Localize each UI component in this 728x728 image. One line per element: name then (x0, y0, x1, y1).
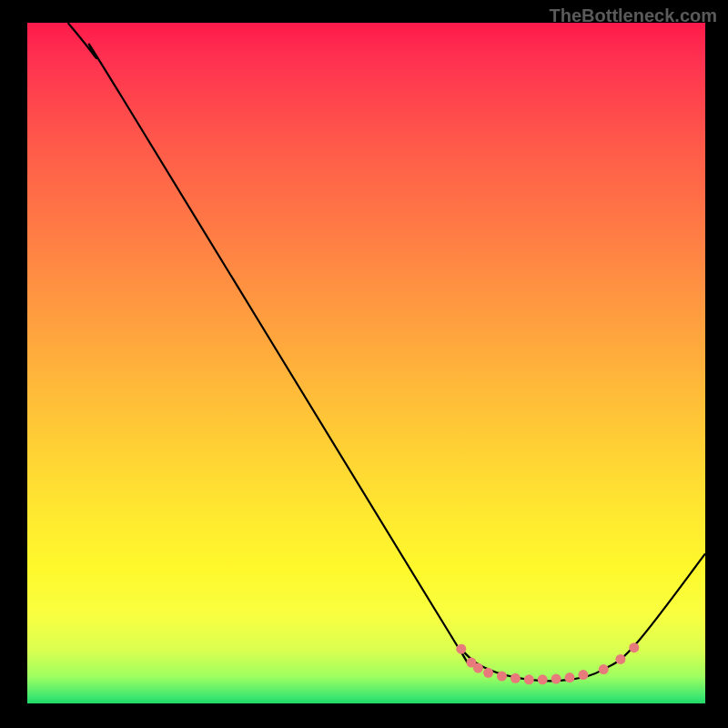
data-dot (565, 672, 575, 682)
data-dot (483, 668, 493, 678)
curve-line (68, 23, 705, 681)
data-dot (578, 670, 588, 680)
watermark-text: TheBottleneck.com (550, 5, 717, 26)
data-dot (497, 672, 507, 682)
data-dot (456, 644, 466, 654)
bottleneck-curve (27, 23, 705, 703)
curve-dots (456, 642, 639, 684)
data-dot (524, 674, 534, 684)
data-dot (629, 642, 639, 652)
chart-container: TheBottleneck.com (0, 0, 728, 728)
data-dot (615, 654, 625, 664)
data-dot (538, 674, 548, 684)
data-dot (599, 664, 609, 674)
data-dot (551, 674, 561, 684)
data-dot (511, 673, 521, 683)
data-dot (473, 663, 483, 673)
